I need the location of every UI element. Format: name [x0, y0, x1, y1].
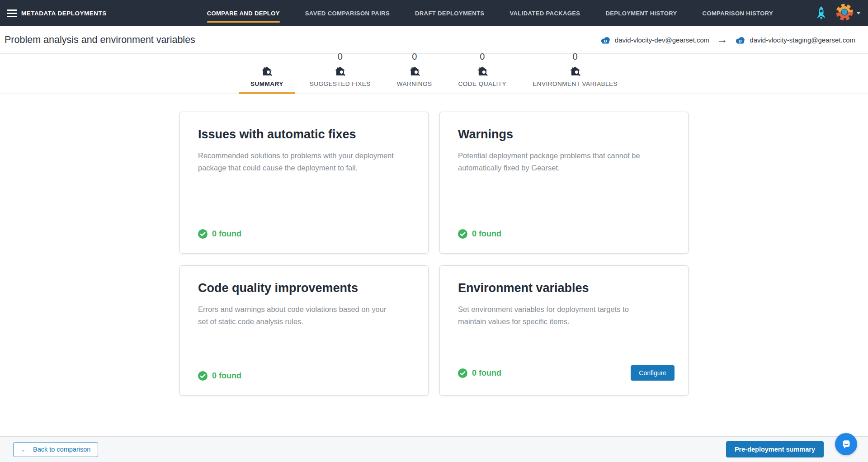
back-to-comparison-button[interactable]: ← Back to comparison	[13, 442, 98, 457]
tab-label: SUGGESTED FIXES	[310, 80, 371, 87]
org-pair: D david-vlocity-dev@gearset.com → D davi…	[600, 35, 855, 45]
check-circle-icon	[458, 368, 467, 378]
tab-label: SUMMARY	[250, 80, 283, 87]
top-nav: METADATA DEPLOYMENTS COMPARE AND DEPLOYS…	[0, 0, 868, 26]
home-search-icon	[261, 66, 273, 77]
check-circle-icon	[198, 371, 208, 381]
rocket-icon[interactable]	[816, 6, 827, 21]
main-nav: COMPARE AND DEPLOYSAVED COMPARISON PAIRS…	[207, 0, 773, 26]
chat-icon	[840, 438, 852, 450]
home-search-icon	[569, 66, 581, 77]
nav-item-deployment-history[interactable]: DEPLOYMENT HISTORY	[605, 0, 677, 26]
tab-label: ENVIRONMENT VARIABLES	[533, 80, 618, 87]
nav-item-compare-and-deploy[interactable]: COMPARE AND DEPLOY	[207, 0, 280, 26]
card-code-quality-improvements: Code quality improvements Errors and war…	[179, 265, 429, 396]
source-org-label: david-vlocity-dev@gearset.com	[615, 36, 709, 44]
target-org-label: david-vlocity-staging@gearset.com	[750, 36, 855, 44]
tab-environment-variables[interactable]: 0 ENVIRONMENT VARIABLES	[521, 51, 629, 94]
svg-text:D: D	[604, 38, 607, 43]
pre-deployment-summary-button[interactable]: Pre-deployment summary	[726, 441, 824, 457]
home-search-icon	[476, 66, 488, 77]
tab-suggested-fixes[interactable]: 0 SUGGESTED FIXES	[298, 51, 382, 94]
nav-item-saved-comparison-pairs[interactable]: SAVED COMPARISON PAIRS	[305, 0, 390, 26]
card-title: Environment variables	[458, 281, 670, 295]
summary-cards: Issues with automatic fixes Recommended …	[179, 112, 689, 396]
analysis-tabs: SUMMARY 0 SUGGESTED FIXES 0 WARNINGS 0	[0, 54, 868, 94]
check-circle-icon	[458, 229, 467, 239]
page-header: Problem analysis and environment variabl…	[0, 26, 868, 54]
tab-warnings[interactable]: 0 WARNINGS	[385, 51, 444, 94]
card-description: Set environment variables for deployment…	[458, 303, 670, 327]
card-title: Warnings	[458, 127, 670, 141]
card-description: Errors and warnings about code violation…	[198, 303, 410, 327]
avatar-gear-icon	[836, 4, 853, 23]
nav-right	[816, 4, 861, 23]
status-badge: 0 found	[458, 229, 501, 239]
status-text: 0 found	[212, 371, 241, 381]
tab-label: CODE QUALITY	[458, 80, 507, 87]
tab-count: 0	[572, 51, 577, 62]
configure-button[interactable]: Configure	[631, 365, 675, 381]
org-cloud-icon: D	[735, 36, 746, 44]
card-footer: 0 found Configure	[458, 365, 675, 381]
footer-bar: ← Back to comparison Pre-deployment summ…	[0, 436, 868, 462]
card-footer: 0 found	[458, 229, 675, 239]
target-org: D david-vlocity-staging@gearset.com	[735, 36, 855, 44]
home-search-icon	[409, 66, 420, 77]
nav-item-validated-packages[interactable]: VALIDATED PACKAGES	[509, 0, 580, 26]
status-badge: 0 found	[198, 371, 241, 381]
status-text: 0 found	[212, 229, 241, 239]
tab-count: 0	[480, 51, 485, 62]
check-circle-icon	[198, 229, 208, 239]
tab-code-quality[interactable]: 0 CODE QUALITY	[447, 51, 519, 94]
nav-item-draft-deployments[interactable]: DRAFT DEPLOYMENTS	[415, 0, 484, 26]
arrow-left-icon: ←	[21, 446, 28, 453]
tab-count: 0	[338, 51, 343, 62]
source-org: D david-vlocity-dev@gearset.com	[600, 36, 709, 44]
status-badge: 0 found	[198, 229, 241, 239]
card-issues-with-automatic-fixes: Issues with automatic fixes Recommended …	[179, 112, 429, 254]
user-menu[interactable]	[836, 4, 861, 23]
svg-text:D: D	[739, 38, 742, 43]
card-title: Code quality improvements	[198, 281, 410, 295]
menu-icon[interactable]	[7, 9, 17, 17]
page-title: Problem analysis and environment variabl…	[5, 34, 195, 46]
card-footer: 0 found	[198, 229, 415, 239]
card-title: Issues with automatic fixes	[198, 127, 410, 141]
nav-item-comparison-history[interactable]: COMPARISON HISTORY	[703, 0, 773, 26]
card-description: Potential deployment package problems th…	[458, 150, 670, 174]
nav-divider	[144, 6, 144, 20]
home-search-icon	[334, 66, 346, 77]
tab-label: WARNINGS	[397, 80, 432, 87]
card-footer: 0 found	[198, 371, 415, 381]
card-environment-variables: Environment variables Set environment va…	[439, 265, 689, 396]
org-cloud-icon: D	[600, 36, 611, 44]
chevron-down-icon	[856, 12, 861, 14]
arrow-right-icon: →	[717, 34, 727, 45]
chat-launcher[interactable]	[835, 433, 857, 455]
status-badge: 0 found	[458, 368, 501, 378]
back-button-label: Back to comparison	[33, 446, 90, 453]
card-description: Recommended solutions to problems with y…	[198, 150, 410, 174]
status-text: 0 found	[472, 368, 501, 378]
tab-summary[interactable]: SUMMARY	[239, 51, 295, 94]
tab-count: 0	[412, 51, 417, 62]
status-text: 0 found	[472, 229, 501, 239]
app-title: METADATA DEPLOYMENTS	[21, 10, 107, 17]
card-warnings: Warnings Potential deployment package pr…	[439, 112, 689, 254]
